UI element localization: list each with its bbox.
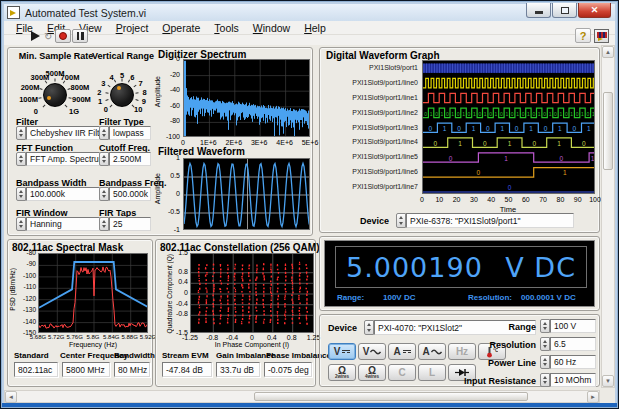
menu-item-operate[interactable]: Operate [155,22,207,34]
resolution-control[interactable]: 6.5 [540,337,596,351]
knob-tick-label: 1G [69,106,79,115]
digital-row-label: PXI1Slot9/port1/line7 [320,183,418,190]
menu-item-tools[interactable]: Tools [207,22,246,34]
abort-button[interactable] [55,29,71,43]
close-button[interactable]: ✕ [578,3,611,18]
dmm-resolution-value: 000.0001 V DC [521,293,576,302]
digital-device-control[interactable]: PXIe-6378: "PXI1Slot9/port1" [396,213,574,228]
scroll-right-icon[interactable]: ► [587,391,599,403]
svg-text:1: 1 [462,111,465,117]
bandwidth-value: 80 MHz [114,362,150,377]
cutoff-freq-control[interactable]: 2.500M [99,152,151,166]
fft-function-spinner[interactable] [16,152,26,166]
y-tick-label: -140 [10,318,36,325]
dmm-device-spinner[interactable] [364,320,374,335]
center-frequency-value: 5800 MHz [62,362,110,377]
x-tick-label: -1.25 [182,334,198,341]
y-tick-label: 1 [154,154,180,161]
power-line-spinner[interactable] [540,355,550,369]
filter-spinner[interactable] [16,126,26,140]
bandpass-freq-control[interactable]: 500.000k [99,187,151,201]
pause-button[interactable] [72,29,88,43]
scroll-up-icon[interactable]: ▲ [602,46,614,58]
v-dc-button[interactable]: V [328,343,356,360]
menu-item-window[interactable]: Window [246,22,297,34]
scroll-down-icon[interactable]: ▼ [602,375,614,387]
svg-text:0: 0 [434,140,438,147]
cutoff-freq-value: 2.500M [109,152,151,166]
fir-window-control[interactable]: Hanning [16,217,100,231]
knob-tick [136,92,139,93]
filter-type-control[interactable]: lowpass [99,126,151,140]
x-tick-label: 90 [574,196,582,203]
vertical-scrollbar[interactable]: ▲ ▼ [601,45,615,388]
bandpass-width-spinner[interactable] [16,187,26,201]
scroll-left-icon[interactable]: ◄ [5,391,17,403]
resistance-2wire-button[interactable]: Ω2wires [328,364,356,381]
svg-text:1: 1 [505,111,508,117]
range-spinner[interactable] [540,319,550,333]
input-resistance-spinner[interactable] [540,373,550,387]
minimize-button[interactable] [526,3,551,18]
phase-imbalance-value: -0.075 deg [264,362,312,377]
svg-text:0: 0 [515,125,519,132]
knob-tick [62,81,64,84]
svg-text:0: 0 [543,111,546,117]
maximize-button[interactable] [552,3,577,18]
fir-window-spinner[interactable] [16,217,26,231]
filter-type-value: lowpass [109,126,151,140]
x-tick-label: 100 [589,196,601,203]
horizontal-scroll-thumb[interactable] [254,392,527,401]
svg-text:1: 1 [443,125,447,132]
dmm-controls-section: Device PXI-4070: "PXI1Slot2" VVAAHz°CΩ2w… [319,314,600,387]
input-resistance-control[interactable]: 10 MOhm [540,373,596,387]
a-dc-button[interactable]: A [388,343,416,360]
menu-item-project[interactable]: Project [109,22,156,34]
bandpass-freq-spinner[interactable] [99,187,109,201]
resolution-spinner[interactable] [540,337,550,351]
range-control[interactable]: 100 V [540,319,596,333]
menu-item-help[interactable]: Help [297,22,333,34]
svg-text:0: 0 [560,155,564,162]
input-resistance-value: 10 MOhm [550,373,596,387]
resistance-4wire-button[interactable]: Ω4wires [358,364,386,381]
svg-text:0: 0 [533,140,537,147]
power-line-control[interactable]: 60 Hz [540,355,596,369]
knob-tick-label: 0 [34,106,38,115]
horizontal-scrollbar[interactable]: ◄ ► [4,390,600,403]
fir-taps-spinner[interactable] [99,217,109,231]
vertical-range-knob[interactable] [110,83,134,107]
min-sample-rate-knob[interactable] [43,83,67,107]
svg-text:0: 0 [449,155,453,162]
fft-function-control[interactable]: FFT Amp. Spectrum [16,152,100,166]
svg-text:1: 1 [430,111,433,117]
knob-tick-label: 1 [98,97,102,106]
filter-type-spinner[interactable] [99,126,109,140]
y-tick-label: -1 [154,226,180,233]
vertical-scroll-thumb[interactable] [603,92,613,170]
dmm-value: 5.000190 [346,252,483,283]
knob-tick [110,105,113,108]
bandpass-width-control[interactable]: 100.000k [16,187,100,201]
v-ac-button[interactable]: V [358,343,386,360]
close-icon: ✕ [591,5,599,15]
svg-text:0: 0 [457,125,461,132]
svg-text:0: 0 [554,111,557,117]
digital-row-label: PXI1Slot9/port1/line1 [320,94,418,101]
run-continuous-icon[interactable]: ↻ [44,31,52,42]
y-tick-label: 0.5 [154,172,180,179]
filter-value: Chebyshev IIR Filter [26,126,100,140]
cutoff-freq-spinner[interactable] [99,152,109,166]
help-button[interactable]: ? [575,28,591,43]
svg-text:0: 0 [428,125,432,132]
window-titlebar[interactable]: Automated Test System.vi ✕ [4,4,615,21]
capacitance-button[interactable]: C [388,364,416,381]
filter-control[interactable]: Chebyshev IIR Filter [16,126,100,140]
run-icon[interactable] [31,31,40,41]
knob-tick-label: 3 [101,79,105,88]
dmm-display-section: 5.000190 V DC Range: 100V DC Resolution:… [319,236,600,311]
knob-tick [39,88,42,90]
digital-device-spinner[interactable] [396,213,406,228]
fir-taps-control[interactable]: 25 [99,217,151,231]
svg-text:0: 0 [511,111,514,117]
